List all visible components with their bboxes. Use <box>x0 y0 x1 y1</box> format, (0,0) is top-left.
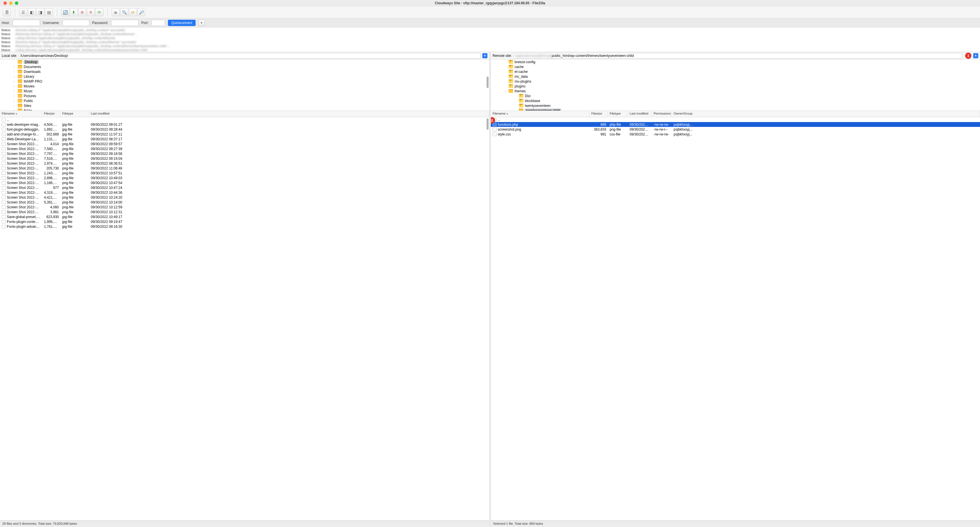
disclosure-icon[interactable]: › <box>14 70 17 73</box>
file-row[interactable]: style.css991css-file09/30/2022 1...-rw-r… <box>491 132 980 137</box>
file-row[interactable]: web-developer-imag..4,504,790jpg-file09/… <box>0 122 489 127</box>
file-row[interactable]: Save-global-preset.jpg623,930jpg-file09/… <box>0 214 489 219</box>
site-manager-button[interactable]: 🗄 <box>3 8 11 16</box>
toggle-local-tree-button[interactable]: ◧ <box>28 8 36 16</box>
disclosure-icon[interactable]: › <box>14 65 17 68</box>
tree-item[interactable]: ›Documents <box>0 64 489 69</box>
file-row[interactable]: Web-Developer-Layo...1,131,777jpg-file09… <box>0 137 489 142</box>
file-row[interactable]: Screen Shot 2022-09..205,730png-file09/3… <box>0 166 489 171</box>
disclosure-icon[interactable]: › <box>14 94 17 97</box>
toggle-remote-tree-button[interactable]: ◨ <box>36 8 44 16</box>
tree-item[interactable]: cache <box>491 64 980 69</box>
file-row[interactable]: Screen Shot 2022-09..2,974,217png-file09… <box>0 161 489 166</box>
disclosure-icon[interactable]: › <box>14 90 17 93</box>
zoom-window-button[interactable] <box>15 2 18 5</box>
tree-item[interactable]: ⌄themes <box>491 89 980 93</box>
col-filesize[interactable]: Filesize <box>590 111 608 117</box>
tree-item[interactable]: mc_data <box>491 74 980 79</box>
file-row[interactable]: Screen Shot 2022-09..7,797,810png-file09… <box>0 151 489 156</box>
file-row[interactable]: Screen Shot 2022-09..3,981png-file09/30/… <box>0 209 489 214</box>
disclosure-icon[interactable]: › <box>14 99 17 102</box>
disclosure-icon[interactable]: › <box>14 109 17 111</box>
remote-file-body[interactable]: ..functions.php869php-file09/30/2022 1..… <box>491 117 980 521</box>
tree-item[interactable]: blockbase <box>491 98 980 103</box>
col-owner[interactable]: Owner/Group <box>672 111 980 117</box>
col-filename[interactable]: Filename <box>491 111 590 117</box>
local-tree-scrollbar[interactable] <box>486 59 489 110</box>
local-file-header[interactable]: Filename Filesize Filetype Last modified <box>0 111 489 117</box>
filter-button[interactable]: ≣ <box>111 8 119 16</box>
disclosure-icon[interactable]: › <box>14 104 17 107</box>
tree-item[interactable]: mu-plugins <box>491 79 980 84</box>
col-filename[interactable]: Filename <box>0 111 42 117</box>
tree-item[interactable]: ›Music <box>0 89 489 93</box>
process-queue-button[interactable]: ⬍ <box>70 8 78 16</box>
tree-item[interactable]: ›Library <box>0 74 489 79</box>
reconnect-button[interactable]: ⟳ <box>95 8 103 16</box>
disclosure-icon[interactable]: ⌄ <box>504 90 508 93</box>
tree-item[interactable]: twentyseventeen-child <box>491 108 980 110</box>
port-input[interactable] <box>151 20 165 26</box>
tree-item[interactable]: ›MAMP PRO <box>0 79 489 84</box>
tree-item[interactable]: plugins <box>491 84 980 89</box>
file-row[interactable]: Screen Shot 2022-09..4,421,766png-file09… <box>0 195 489 200</box>
disclosure-icon[interactable]: › <box>14 80 17 83</box>
username-input[interactable] <box>62 20 89 26</box>
file-row[interactable]: Fonts-plugin-advanc...1,761,059jpg-file0… <box>0 224 489 229</box>
local-site-input[interactable]: /Users/deannamclean/Desktop/ <box>19 53 480 59</box>
remote-file-header[interactable]: Filename Filesize Filetype Last modified… <box>491 111 980 117</box>
host-input[interactable] <box>13 20 40 26</box>
file-row[interactable]: Screen Shot 2022-09..7,580,200png-file09… <box>0 146 489 151</box>
remote-site-input[interactable]: /applications/psjbkhxxyj/ public_html/wp… <box>514 53 962 59</box>
col-permissions[interactable]: Permissions <box>652 111 672 117</box>
file-row[interactable]: .. <box>491 117 980 122</box>
file-row[interactable]: screenshot.png363,833png-file09/30/2022 … <box>491 127 980 132</box>
file-row[interactable]: font-plugin-debuggin..1,892,853jpg-file0… <box>0 127 489 132</box>
password-input[interactable] <box>111 20 138 26</box>
tree-item[interactable]: breeze-config <box>491 59 980 64</box>
toggle-transfer-queue-button[interactable]: ▤ <box>45 8 53 16</box>
file-row[interactable]: Screen Shot 2022-09..4,319,512png-file09… <box>0 190 489 195</box>
remote-tree[interactable]: breeze-configcacheet-cachemc_datamu-plug… <box>491 59 980 110</box>
disclosure-icon[interactable]: › <box>14 85 17 88</box>
file-row[interactable]: Screen Shot 2022-09..4,014png-file09/30/… <box>0 142 489 146</box>
tree-item[interactable]: twentyseventeen <box>491 103 980 108</box>
file-row[interactable]: Screen Shot 2022-09..977png-file09/30/20… <box>0 185 489 190</box>
search-button[interactable]: 🔎 <box>137 8 145 16</box>
tree-item[interactable]: ›Movies <box>0 84 489 89</box>
file-row[interactable]: Screen Shot 2022-09..1,166,474png-file09… <box>0 180 489 185</box>
col-filetype[interactable]: Filetype <box>60 111 89 117</box>
tree-item[interactable]: ›Sites <box>0 103 489 108</box>
refresh-button[interactable]: 🔄 <box>61 8 69 16</box>
disclosure-icon[interactable]: › <box>14 75 17 78</box>
file-row[interactable]: Screen Shot 2022-09..1,243,435png-file09… <box>0 171 489 176</box>
tree-item[interactable]: Divi <box>491 93 980 98</box>
disconnect-button[interactable]: ✕ <box>87 8 95 16</box>
tree-item[interactable]: Desktop <box>0 59 489 64</box>
file-row[interactable]: Screen Shot 2022-09..2,896,655png-file09… <box>0 176 489 180</box>
minimize-window-button[interactable] <box>9 2 13 5</box>
col-filetype[interactable]: Filetype <box>608 111 628 117</box>
col-filesize[interactable]: Filesize <box>42 111 60 117</box>
local-file-body[interactable]: ..web-developer-imag..4,504,790jpg-file0… <box>0 117 489 521</box>
close-window-button[interactable] <box>3 2 7 5</box>
toggle-log-button[interactable]: ☰ <box>19 8 27 16</box>
quickconnect-history-dropdown[interactable]: ▼ <box>199 20 205 26</box>
tree-item[interactable]: ›Sizzy <box>0 108 489 110</box>
tree-item[interactable]: ›Downloads <box>0 69 489 74</box>
compare-button[interactable]: 🔍 <box>120 8 128 16</box>
local-site-dropdown[interactable]: ▼ <box>482 53 487 58</box>
tree-item[interactable]: ›Public <box>0 98 489 103</box>
file-row[interactable]: Screen Shot 2022-09..5,391,968png-file09… <box>0 200 489 204</box>
file-row[interactable]: Screen Shot 2022-09..7,519,087png-file09… <box>0 156 489 161</box>
sync-browse-button[interactable]: ⇄ <box>129 8 137 16</box>
remote-site-dropdown[interactable]: ▼ <box>973 53 978 58</box>
col-modified[interactable]: Last modified <box>89 111 489 117</box>
quickconnect-button[interactable]: Quickconnect <box>168 20 196 26</box>
tree-item[interactable]: ›Pictures <box>0 93 489 98</box>
local-files-scrollbar[interactable] <box>486 111 489 521</box>
file-row[interactable]: functions.php869php-file09/30/2022 1...-… <box>491 122 980 127</box>
file-row[interactable]: Fonts-plugin-content...1,995,043jpg-file… <box>0 219 489 224</box>
file-row[interactable]: add-and-change-font..302,669jpg-file09/3… <box>0 132 489 137</box>
file-row[interactable]: .. <box>0 117 489 122</box>
